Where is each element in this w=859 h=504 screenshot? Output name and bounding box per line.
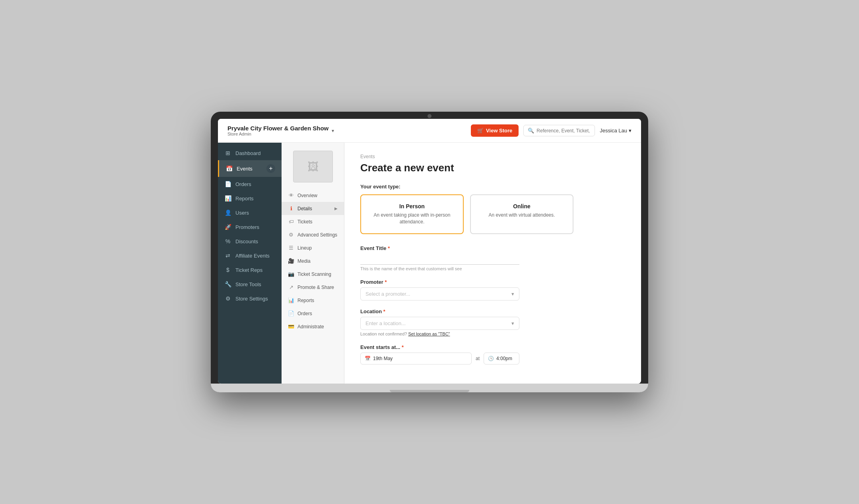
sidebar-label-reports: Reports <box>235 196 254 202</box>
promoter-select[interactable]: Select a promoter... ▾ <box>360 287 519 300</box>
date-value: 19th May <box>373 356 393 361</box>
search-input[interactable] <box>536 128 591 134</box>
location-group: Location * Enter a location... ▾ Locatio… <box>360 308 625 336</box>
date-picker[interactable]: 📅 19th May <box>360 353 472 364</box>
ticket-scanning-icon: 📷 <box>288 271 294 277</box>
event-starts-group: Event starts at... * 📅 19th May at 🕓 4:0… <box>360 344 625 364</box>
cart-icon: 🛒 <box>477 128 484 134</box>
store-settings-icon: ⚙ <box>224 295 231 302</box>
event-type-row: In Person An event taking place with in-… <box>360 194 625 234</box>
sub-orders-icon: 📄 <box>288 310 294 316</box>
sidebar-item-store-settings[interactable]: ⚙ Store Settings <box>218 291 282 306</box>
top-bar: Pryvale City Flower & Garden Show Store … <box>218 119 641 143</box>
calendar-icon: 📅 <box>365 356 371 361</box>
laptop-base <box>211 384 648 392</box>
location-chevron-icon: ▾ <box>511 320 514 326</box>
sidebar-label-orders: Orders <box>235 181 251 187</box>
orders-icon: 📄 <box>224 181 231 187</box>
affiliate-events-icon: ⇄ <box>224 252 231 259</box>
promoter-group: Promoter * Select a promoter... ▾ <box>360 279 625 300</box>
search-icon: 🔍 <box>528 128 534 134</box>
sidebar-item-ticket-reps[interactable]: $ Ticket Reps <box>218 263 282 277</box>
administrate-icon: 💳 <box>288 324 294 330</box>
event-type-online[interactable]: Online An event with virtual attendees. <box>470 194 573 234</box>
location-required: * <box>383 308 385 314</box>
content-area: Events Create a new event Your event typ… <box>344 143 641 384</box>
event-title-group: Event Title * This is the name of the ev… <box>360 245 625 271</box>
promoter-placeholder: Select a promoter... <box>365 291 410 297</box>
user-name: Jessica Lau <box>600 128 627 134</box>
promoter-chevron-icon: ▾ <box>511 291 514 297</box>
users-icon: 👤 <box>224 209 231 216</box>
details-icon: ℹ <box>288 205 294 211</box>
event-thumbnail: 🖼 <box>293 151 333 182</box>
store-tools-icon: 🔧 <box>224 281 231 287</box>
add-event-button[interactable]: + <box>266 164 275 173</box>
tickets-icon: 🏷 <box>288 219 294 225</box>
sidebar-label-ticket-reps: Ticket Reps <box>235 267 262 273</box>
sub-menu-advanced-settings[interactable]: ⚙ Advanced Settings <box>282 228 344 241</box>
in-person-title: In Person <box>367 203 457 209</box>
sidebar-item-promoters[interactable]: 🚀 Promoters <box>218 220 282 234</box>
location-label: Location * <box>360 308 625 314</box>
store-dropdown-icon[interactable]: ▾ <box>332 128 334 134</box>
sub-menu-media[interactable]: 🎥 Media <box>282 254 344 268</box>
sub-menu-administrate[interactable]: 💳 Administrate <box>282 320 344 333</box>
search-box[interactable]: 🔍 <box>523 125 595 136</box>
sidebar-item-reports[interactable]: 📊 Reports <box>218 191 282 205</box>
store-title-group: Pryvale City Flower & Garden Show Store … <box>227 125 466 136</box>
sidebar-label-dashboard: Dashboard <box>235 150 261 156</box>
sidebar-label-events: Events <box>237 166 253 172</box>
sidebar-label-affiliate-events: Affiliate Events <box>235 253 270 259</box>
view-store-button[interactable]: 🛒 View Store <box>471 124 519 137</box>
active-arrow-icon: ▶ <box>334 206 338 211</box>
promoters-icon: 🚀 <box>224 224 231 230</box>
promoter-label: Promoter * <box>360 279 625 285</box>
sidebar-item-affiliate-events[interactable]: ⇄ Affiliate Events <box>218 248 282 263</box>
event-starts-label: Event starts at... * <box>360 344 625 350</box>
overview-icon: 👁 <box>288 192 294 198</box>
store-subtitle: Store Admin <box>227 132 328 136</box>
discounts-icon: % <box>224 238 231 244</box>
time-picker[interactable]: 🕓 4:00pm <box>484 353 519 364</box>
event-title-label: Event Title * <box>360 245 625 251</box>
event-type-group: Your event type: In Person An event taki… <box>360 184 625 234</box>
in-person-desc: An event taking place with in-person att… <box>367 212 457 225</box>
main-layout: ⊞ Dashboard 📅 Events + 📄 Orders 📊 Report… <box>218 143 641 384</box>
sub-menu-tickets[interactable]: 🏷 Tickets <box>282 215 344 228</box>
sidebar-item-dashboard[interactable]: ⊞ Dashboard <box>218 146 282 160</box>
event-title-input[interactable] <box>360 254 519 265</box>
user-chevron-icon: ▾ <box>629 128 632 134</box>
lineup-icon: ☰ <box>288 245 294 251</box>
sub-menu-ticket-scanning[interactable]: 📷 Ticket Scanning <box>282 268 344 281</box>
event-title-hint: This is the name of the event that custo… <box>360 266 625 271</box>
laptop-frame: Pryvale City Flower & Garden Show Store … <box>211 112 648 392</box>
location-hint: Location not confirmed? Set location as … <box>360 331 625 336</box>
sub-sidebar: 🖼 👁 Overview ℹ Details ▶ 🏷 Tickets ⚙ <box>282 143 344 384</box>
sidebar-item-discounts[interactable]: % Discounts <box>218 234 282 248</box>
sub-menu-lineup[interactable]: ☰ Lineup <box>282 241 344 254</box>
laptop-screen: Pryvale City Flower & Garden Show Store … <box>218 119 641 384</box>
sidebar-item-events[interactable]: 📅 Events + <box>218 160 282 177</box>
sub-menu-orders[interactable]: 📄 Orders <box>282 307 344 320</box>
at-label: at <box>476 356 480 361</box>
sidebar: ⊞ Dashboard 📅 Events + 📄 Orders 📊 Report… <box>218 143 282 384</box>
event-type-in-person[interactable]: In Person An event taking place with in-… <box>360 194 464 234</box>
online-title: Online <box>477 203 566 209</box>
datetime-row: 📅 19th May at 🕓 4:00pm <box>360 353 519 364</box>
required-marker: * <box>388 245 390 251</box>
sub-menu-reports[interactable]: 📊 Reports <box>282 294 344 307</box>
sidebar-item-orders[interactable]: 📄 Orders <box>218 177 282 191</box>
sidebar-item-users[interactable]: 👤 Users <box>218 205 282 220</box>
sub-menu-promote-share[interactable]: ↗ Promote & Share <box>282 281 344 294</box>
sub-menu-overview[interactable]: 👁 Overview <box>282 189 344 202</box>
laptop-notch <box>428 114 431 118</box>
sidebar-item-store-tools[interactable]: 🔧 Store Tools <box>218 277 282 291</box>
reports-icon: 📊 <box>224 195 231 202</box>
location-select[interactable]: Enter a location... ▾ <box>360 317 519 330</box>
clock-icon: 🕓 <box>488 356 494 361</box>
thumbnail-placeholder-icon: 🖼 <box>307 160 319 173</box>
sub-menu-details[interactable]: ℹ Details ▶ <box>282 202 344 215</box>
user-menu[interactable]: Jessica Lau ▾ <box>600 128 632 134</box>
set-location-tbc-link[interactable]: Set location as "TBC" <box>408 331 450 336</box>
